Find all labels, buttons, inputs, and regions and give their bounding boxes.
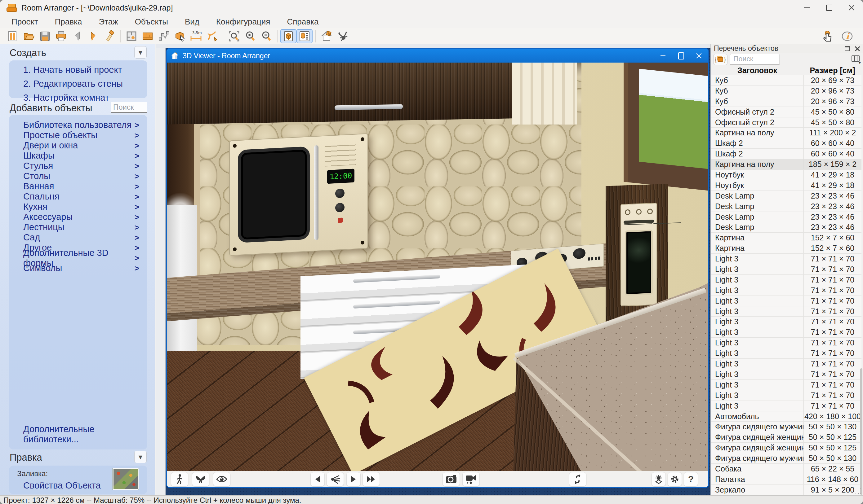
measure-icon[interactable]: 3,5m [188, 29, 204, 43]
object-row[interactable]: Фигура сидящего мужчины 50 × 50 × 130 [711, 453, 861, 464]
home-3d-icon[interactable]: 3D [318, 29, 335, 43]
object-row[interactable]: Офисный стул 2 45 × 50 × 80 [711, 107, 861, 117]
minimize-button[interactable] [796, 0, 818, 15]
column-header-size[interactable]: Размер [см] [804, 66, 861, 75]
object-row[interactable]: Собака 65 × 22 × 55 [711, 464, 861, 474]
object-row[interactable]: Офисный стул 2 45 × 50 × 80 [711, 117, 861, 128]
view-3d-objects-icon[interactable] [297, 29, 313, 43]
create-step-link[interactable]: 2. Редактировать стены [23, 79, 147, 89]
floor-plan-icon[interactable] [123, 29, 139, 43]
look-around-icon[interactable] [213, 472, 230, 486]
object-row[interactable]: Light 3 71 × 71 × 70 [711, 327, 861, 338]
float-panel-icon[interactable] [845, 46, 850, 51]
object-row[interactable]: Палатка 116 × 148 × 60 [711, 474, 861, 485]
select-object-icon[interactable] [172, 29, 188, 43]
open-project-icon[interactable] [21, 29, 37, 43]
object-row[interactable]: Light 3 71 × 71 × 70 [711, 359, 861, 369]
view-3d-icon[interactable] [280, 29, 297, 43]
zoom-out-icon[interactable] [258, 29, 274, 43]
lighting-icon[interactable] [651, 472, 666, 486]
object-properties-link[interactable]: Свойства Объекта [23, 480, 101, 491]
object-row[interactable]: Light 3 71 × 71 × 70 [711, 285, 861, 296]
menu-item[interactable]: Конфигурация [211, 15, 275, 28]
object-row[interactable]: Desk Lamp 23 × 23 × 46 [711, 191, 861, 201]
settings-icon[interactable] [668, 472, 682, 486]
category-item[interactable]: Аксессуары [9, 212, 147, 222]
object-row[interactable]: Light 3 71 × 71 × 70 [711, 338, 861, 348]
center-view-icon[interactable] [326, 472, 344, 486]
object-list-scrollbar[interactable] [860, 75, 862, 495]
object-row[interactable]: Desk Lamp 23 × 23 × 46 [711, 222, 861, 233]
category-item[interactable]: Двери и окна [9, 140, 147, 151]
redo-icon[interactable] [85, 29, 101, 43]
menu-item[interactable]: Вид [180, 15, 204, 28]
object-row[interactable]: Light 3 71 × 71 × 70 [711, 296, 861, 306]
viewer-titlebar[interactable]: 3D Viewer - Room Arranger [167, 49, 708, 63]
viewer-minimize-button[interactable] [654, 49, 672, 63]
edit-collapse-button[interactable] [134, 451, 147, 463]
save-icon[interactable] [37, 29, 53, 43]
object-row[interactable]: Куб 20 × 96 × 73 [711, 86, 861, 96]
category-item[interactable]: Сад [9, 232, 147, 243]
object-row[interactable]: Desk Lamp 23 × 23 × 46 [711, 212, 861, 222]
object-row[interactable]: Шкаф 2 60 × 60 × 40 [711, 138, 861, 149]
previous-view-icon[interactable] [310, 472, 325, 486]
show-objects-3d-button[interactable]: {} [713, 54, 727, 65]
close-panel-icon[interactable] [855, 46, 860, 51]
more-libraries-link[interactable]: Дополнительные библиотеки... [23, 424, 147, 444]
object-row[interactable]: Картина на полу 185 × 159 × 2 [711, 159, 861, 170]
category-item[interactable]: Библиотека пользователя [9, 120, 147, 130]
object-row[interactable]: Light 3 71 × 71 × 70 [711, 348, 861, 359]
menu-item[interactable]: Правка [50, 15, 87, 28]
edit-walls-icon[interactable] [139, 29, 156, 43]
close-button[interactable] [840, 0, 863, 15]
print-icon[interactable] [53, 29, 69, 43]
draw-walls-icon[interactable] [204, 29, 220, 43]
undo-icon[interactable] [69, 29, 85, 43]
zoom-selection-icon[interactable] [226, 29, 242, 43]
category-item[interactable]: Простые объекты [9, 130, 147, 140]
category-item[interactable]: Ванная [9, 181, 147, 192]
walkthrough-icon[interactable] [335, 29, 351, 43]
object-row[interactable]: Картина 152 × 7 × 60 [711, 233, 861, 243]
object-row[interactable]: Ноутбук 41 × 29 × 18 [711, 180, 861, 191]
menu-item[interactable]: Этаж [93, 15, 123, 28]
viewer-close-button[interactable] [690, 49, 708, 63]
create-step-link[interactable]: 1. Начать новый проект [23, 65, 147, 75]
object-row[interactable]: Картина 152 × 7 × 60 [711, 243, 861, 254]
object-row[interactable]: Light 3 71 × 71 × 70 [711, 316, 861, 327]
maximize-button[interactable] [818, 0, 840, 15]
category-item[interactable]: Спальня [9, 192, 147, 202]
sidebar-search-input[interactable] [111, 102, 147, 113]
category-item[interactable]: Дополнительные 3D формы [9, 253, 147, 263]
object-row[interactable]: Куб 20 × 69 × 73 [711, 75, 861, 86]
create-step-link[interactable]: 3. Настройка комнат [23, 93, 147, 103]
object-row[interactable]: Фигура сидящего мужчины 50 × 50 × 130 [711, 422, 861, 432]
category-item[interactable]: Кухня [9, 202, 147, 212]
object-row[interactable]: Light 3 71 × 71 × 70 [711, 275, 861, 285]
column-header-title[interactable]: Заголовок [711, 66, 804, 75]
object-row[interactable]: Light 3 71 × 71 × 70 [711, 401, 861, 411]
rotate-view-icon[interactable] [569, 472, 586, 486]
category-item[interactable]: Стулья [9, 161, 147, 171]
object-row[interactable]: Light 3 71 × 71 × 70 [711, 390, 861, 401]
object-row[interactable]: Desk Lamp 23 × 23 × 46 [711, 201, 861, 212]
category-item[interactable]: Шкафы [9, 151, 147, 161]
fill-texture-thumbnail[interactable] [113, 468, 139, 490]
fly-mode-icon[interactable] [192, 472, 209, 486]
object-row[interactable]: Картина на полу 111 × 200 × 2 [711, 128, 861, 138]
object-row[interactable]: Light 3 71 × 71 × 70 [711, 264, 861, 275]
category-item[interactable]: Лестницы [9, 222, 147, 232]
object-row[interactable]: Light 3 71 × 71 × 70 [711, 369, 861, 380]
viewer-maximize-button[interactable] [672, 49, 690, 63]
new-project-icon[interactable] [5, 29, 21, 43]
walk-mode-icon[interactable] [171, 472, 188, 486]
column-options-icon[interactable] [851, 55, 860, 62]
menu-item[interactable]: Проект [7, 15, 43, 28]
category-item[interactable]: Символы [9, 263, 147, 273]
help-icon[interactable]: ? [684, 472, 698, 486]
create-collapse-button[interactable] [134, 46, 147, 59]
fast-forward-icon[interactable] [363, 472, 380, 486]
resize-grip-icon[interactable] [855, 488, 862, 495]
object-row[interactable]: Light 3 71 × 71 × 70 [711, 254, 861, 264]
